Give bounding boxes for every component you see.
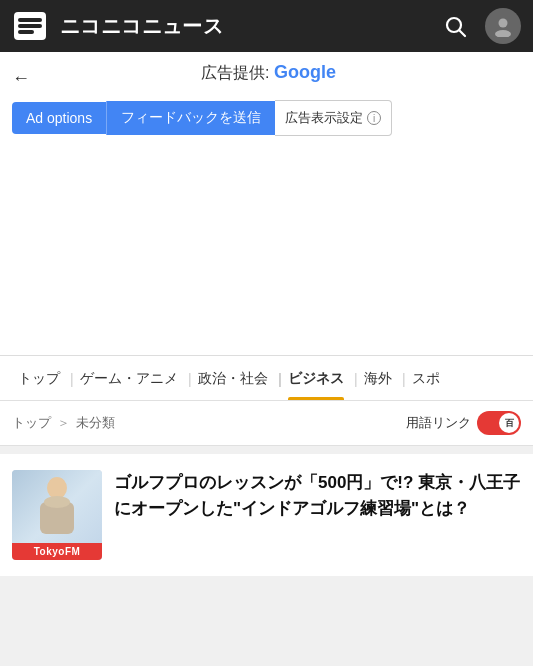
ad-settings-label: 広告表示設定 [285, 109, 363, 127]
tab-politics-society[interactable]: 政治・社会 [188, 356, 278, 400]
tab-sports[interactable]: スポ [402, 356, 450, 400]
thumb-label: TokyoFM [12, 543, 102, 560]
back-arrow[interactable]: ← [12, 66, 36, 91]
svg-point-6 [499, 19, 508, 28]
svg-point-10 [44, 496, 70, 508]
tab-overseas[interactable]: 海外 [354, 356, 402, 400]
article-text: ゴルフプロのレッスンが「500円」で!? 東京・八王子にオープンした"インドアゴ… [114, 470, 521, 521]
user-avatar[interactable] [485, 8, 521, 44]
toggle-thumb: 百 [499, 413, 519, 433]
toggle-track: 百 [477, 411, 521, 435]
search-button[interactable] [437, 8, 473, 44]
breadcrumb-home[interactable]: トップ [12, 414, 51, 432]
svg-point-8 [47, 477, 67, 499]
header: ニコニコニュース [0, 0, 533, 52]
ad-buttons-row: Ad options フィードバックを送信 広告表示設定 i [12, 100, 521, 136]
ad-provider-prefix: 広告提供: [201, 64, 274, 81]
ad-section: ← 広告提供: Google Ad options フィードバックを送信 広告表… [0, 52, 533, 136]
ad-provider: 広告提供: Google [36, 62, 521, 84]
ad-back-row: ← 広告提供: Google [12, 62, 521, 94]
article-card[interactable]: TokyoFM ゴルフプロのレッスンが「500円」で!? 東京・八王子にオープン… [0, 454, 533, 576]
article-thumbnail: TokyoFM [12, 470, 102, 560]
feedback-button[interactable]: フィードバックを送信 [106, 101, 275, 135]
app-logo [12, 8, 48, 44]
svg-rect-1 [18, 18, 42, 22]
tab-business[interactable]: ビジネス [278, 356, 354, 400]
thumb-person-icon [32, 474, 82, 534]
app-title: ニコニコニュース [60, 13, 425, 40]
nav-tabs: トップ ゲーム・アニメ 政治・社会 ビジネス 海外 スポ [0, 356, 533, 400]
svg-rect-2 [18, 24, 42, 28]
tab-game-anime[interactable]: ゲーム・アニメ [70, 356, 188, 400]
toggle-char: 百 [505, 417, 514, 430]
article-title: ゴルフプロのレッスンが「500円」で!? 東京・八王子にオープンした"インドアゴ… [114, 470, 521, 521]
breadcrumb: トップ ＞ 未分類 [12, 414, 115, 432]
ad-space [0, 136, 533, 356]
breadcrumb-bar: トップ ＞ 未分類 用語リンク 百 [0, 401, 533, 446]
yomi-link-label: 用語リンク [406, 414, 471, 432]
ad-settings-button[interactable]: 広告表示設定 i [275, 100, 392, 136]
yomi-link-toggle[interactable]: 百 [477, 411, 521, 435]
yomi-link-row: 用語リンク 百 [406, 411, 521, 435]
info-icon: i [367, 111, 381, 125]
svg-point-7 [495, 30, 511, 37]
ad-options-button[interactable]: Ad options [12, 102, 106, 134]
tab-top[interactable]: トップ [8, 356, 70, 400]
breadcrumb-separator: ＞ [57, 414, 70, 432]
ad-provider-name: Google [274, 62, 336, 82]
svg-line-5 [460, 31, 466, 37]
svg-rect-3 [18, 30, 34, 34]
nav-tabs-container: トップ ゲーム・アニメ 政治・社会 ビジネス 海外 スポ [0, 356, 533, 401]
breadcrumb-current: 未分類 [76, 414, 115, 432]
